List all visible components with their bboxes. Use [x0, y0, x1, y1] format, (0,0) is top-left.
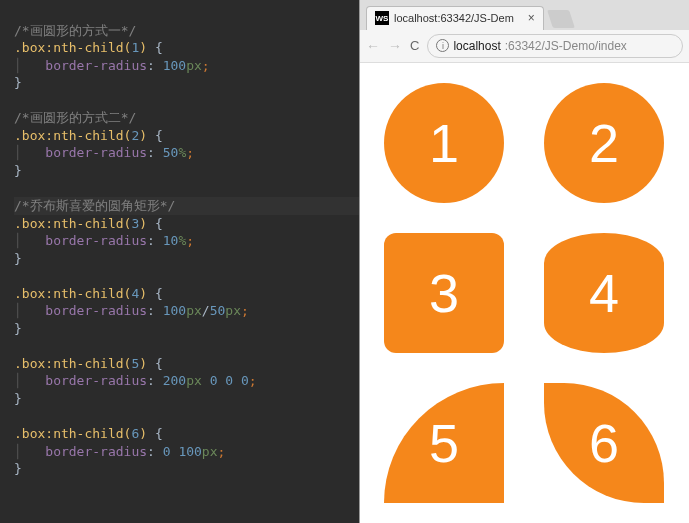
- address-bar-row: ← → C i localhost:63342/JS-Demo/index: [360, 30, 689, 63]
- comment-line: /*画圆形的方式二*/: [14, 110, 136, 125]
- shape-box-1: 1: [384, 83, 504, 203]
- tab-strip: WS localhost:63342/JS-Dem ×: [360, 0, 689, 30]
- tab-title: localhost:63342/JS-Dem: [394, 12, 514, 24]
- nav-forward-button[interactable]: →: [388, 38, 402, 54]
- url-host: localhost: [453, 39, 500, 53]
- browser-tab[interactable]: WS localhost:63342/JS-Dem ×: [366, 6, 544, 30]
- url-path: :63342/JS-Demo/index: [505, 39, 627, 53]
- browser-window: WS localhost:63342/JS-Dem × ← → C i loca…: [359, 0, 689, 523]
- reload-button[interactable]: C: [410, 38, 419, 53]
- shape-box-6: 6: [544, 383, 664, 503]
- favicon-icon: WS: [375, 11, 389, 25]
- shape-box-2: 2: [544, 83, 664, 203]
- selector: .box:nth-child(: [14, 40, 131, 55]
- shape-box-5: 5: [384, 383, 504, 503]
- site-info-icon[interactable]: i: [436, 39, 449, 52]
- new-tab-button[interactable]: [547, 10, 575, 28]
- comment-line: /*乔布斯喜爱的圆角矩形*/: [14, 198, 175, 213]
- shape-box-3: 3: [384, 233, 504, 353]
- page-viewport: 1 2 3 4 5 6: [360, 63, 689, 523]
- close-icon[interactable]: ×: [528, 11, 535, 25]
- nav-back-button[interactable]: ←: [366, 38, 380, 54]
- comment-line: /*画圆形的方式一*/: [14, 23, 136, 38]
- shape-grid: 1 2 3 4 5 6: [384, 83, 665, 503]
- code-editor[interactable]: /*画圆形的方式一*/ .box:nth-child(1) { │ border…: [0, 0, 359, 523]
- shape-box-4: 4: [544, 233, 664, 353]
- address-bar[interactable]: i localhost:63342/JS-Demo/index: [427, 34, 683, 58]
